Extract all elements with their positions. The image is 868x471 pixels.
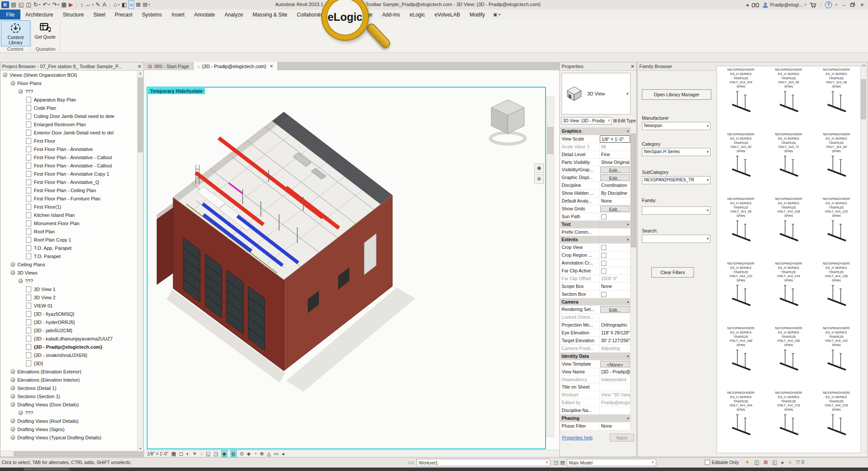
view-control-icon[interactable]: ◱ xyxy=(206,451,210,457)
family-item[interactable]: NEXSPAN2HSERI ES_H SERIES TRAPEZE ONLY_3… xyxy=(765,66,812,131)
property-row[interactable]: Rendering Set... Edit... xyxy=(560,306,631,314)
ribbon-tab[interactable]: Architecture xyxy=(20,10,58,20)
project-browser-vscrollbar[interactable]: ▲▼ xyxy=(137,71,143,451)
ribbon-tab[interactable]: Analyze xyxy=(220,10,248,20)
property-value[interactable]: Orthographic xyxy=(599,321,631,329)
qat-icon[interactable]: ▾ xyxy=(92,1,94,9)
tree-item[interactable]: Drafting Views (Door Details) xyxy=(1,400,138,409)
close-icon[interactable]: ✕ xyxy=(631,62,635,70)
tree-item[interactable]: Sections (Section 1) xyxy=(1,392,138,400)
tree-item[interactable]: Exterior Door Jamb Detail need to del xyxy=(1,128,138,137)
view-control-icon[interactable]: ⊕ xyxy=(260,451,264,457)
property-value[interactable] xyxy=(599,213,631,220)
property-row[interactable]: Projection Mo... Orthographic xyxy=(560,321,631,329)
property-row[interactable]: Camera Positi... Adjusting xyxy=(560,345,631,353)
chevron-down-icon[interactable]: ▾ xyxy=(499,13,500,16)
expand-icon[interactable] xyxy=(18,410,23,415)
qat-icon[interactable]: A xyxy=(102,1,107,9)
property-row[interactable]: Workset View "3D View... xyxy=(560,391,631,399)
tree-item[interactable]: ??? xyxy=(1,87,138,95)
tree-item[interactable]: ??? xyxy=(1,409,138,417)
family-item[interactable]: NEXSPAN2HSERI ES_H SERIES TRAPEZE ONLY_3… xyxy=(812,131,860,196)
selection-filter-icon[interactable]: ▼ xyxy=(745,459,750,465)
qat-icon[interactable]: ◧ xyxy=(121,1,127,9)
property-value[interactable]: {3D - Pradip@e... xyxy=(599,368,631,376)
selection-filter-icon[interactable]: ◱ xyxy=(772,459,777,465)
property-value[interactable] xyxy=(599,229,631,236)
view-control-icon[interactable]: ◌ xyxy=(200,451,203,457)
tree-item[interactable]: {3D - jatin5U2CM} xyxy=(1,326,138,334)
property-row[interactable]: Annotation Cr... xyxy=(560,259,631,267)
view-control-icon[interactable]: ◈ xyxy=(247,451,251,457)
expand-icon[interactable] xyxy=(10,81,15,85)
view-control-icon[interactable]: ◉ xyxy=(221,450,227,457)
ribbon-tab[interactable]: Steel xyxy=(89,10,110,20)
ribbon-tab[interactable]: Massing & Site xyxy=(248,10,292,20)
property-row[interactable]: Scale Value 1: 96 xyxy=(560,143,631,151)
tree-item[interactable]: Kitchen Island Plan xyxy=(1,211,138,219)
property-row[interactable]: Extents xyxy=(560,236,631,244)
tree-item[interactable]: Coiling Door Jamb Detail need to dele xyxy=(1,112,138,120)
ribbon-tab[interactable]: Add-Ins xyxy=(377,10,404,20)
property-value[interactable]: View "3D View... xyxy=(599,391,631,399)
qat-icon[interactable]: ◫ xyxy=(26,1,32,9)
qat-icon[interactable]: ↷ xyxy=(52,1,57,9)
selection-filter-icon[interactable]: ▽ 0 xyxy=(796,459,804,465)
tree-item[interactable]: Sections (Detail 1) xyxy=(1,384,138,392)
category-select[interactable]: NexSpan.H Series xyxy=(642,148,710,156)
expand-icon[interactable] xyxy=(10,369,15,374)
tree-item[interactable]: Views (Sheet Organization BOI) xyxy=(1,71,138,79)
property-row[interactable]: Title on Sheet xyxy=(560,383,631,391)
tree-item[interactable]: First Floor Plan - Annotative_Q xyxy=(1,178,138,186)
selection-filter-icon[interactable]: ⊠ xyxy=(763,459,768,465)
expand-icon[interactable] xyxy=(10,262,15,267)
property-row[interactable]: Eye Elevation 118' 9 29/128" xyxy=(560,329,631,337)
ribbon-tab[interactable]: Systems xyxy=(137,10,167,20)
property-value[interactable]: 96 xyxy=(599,143,631,150)
property-row[interactable]: Crop View xyxy=(560,244,631,252)
qat-icon[interactable]: ⌂ xyxy=(113,1,118,9)
tree-item[interactable]: Ceiling Plans xyxy=(1,260,138,268)
view-control-icon[interactable]: ▭ xyxy=(274,451,279,457)
ribbon-tab[interactable]: eVolveLAB xyxy=(430,10,465,20)
property-row[interactable]: Target Elevation 30' 2 127/256" xyxy=(560,337,631,345)
qat-icon[interactable]: ≡ xyxy=(128,0,134,9)
tree-item[interactable]: T.O. App. Parapet xyxy=(1,244,138,252)
qat-icon[interactable]: ⊠ xyxy=(135,1,141,9)
expand-icon[interactable] xyxy=(10,386,15,390)
property-row[interactable]: Graphic Displ... Edit... xyxy=(560,174,631,182)
properties-help-link[interactable]: Properties help xyxy=(562,435,593,440)
qat-icon[interactable]: ▾ xyxy=(39,1,41,9)
family-item[interactable]: NEXSPAN2HSERI ES_H SERIES TRAPEZE ONLY_3… xyxy=(717,196,765,260)
view-control-icon[interactable]: ◻ xyxy=(179,451,184,457)
property-value[interactable]: None xyxy=(599,283,631,290)
property-value[interactable] xyxy=(599,291,631,298)
chevron-down-icon[interactable]: ▾ xyxy=(626,92,628,96)
view-control-icon[interactable]: ◍ xyxy=(230,450,237,457)
property-value[interactable] xyxy=(599,383,631,391)
expand-icon[interactable] xyxy=(18,278,23,283)
property-value[interactable]: Edit... xyxy=(600,174,630,181)
property-value[interactable] xyxy=(599,252,631,259)
tree-item[interactable]: Monument Floor Plan xyxy=(1,219,138,227)
property-row[interactable]: Detail Level Fine xyxy=(560,151,631,159)
workset-editing-icon[interactable]: ◳ xyxy=(554,460,558,465)
tree-item[interactable]: Roof Plan Copy 1 xyxy=(1,236,138,244)
close-icon[interactable]: ✕ xyxy=(138,62,141,70)
edit-type-button[interactable]: ⊞Edit Type xyxy=(613,118,636,123)
family-item[interactable]: NEXSPAN2HSERI ES_H SERIES TRAPEZE ONLY_4… xyxy=(717,325,765,389)
view-control-icon[interactable]: ◳ xyxy=(214,451,218,457)
viewcube[interactable] xyxy=(486,96,529,147)
property-row[interactable]: View Name {3D - Pradip@e... xyxy=(560,368,631,376)
view-control-icon[interactable]: ◂ xyxy=(282,451,284,457)
property-row[interactable]: Graphics xyxy=(560,128,631,135)
property-value[interactable]: None xyxy=(599,422,631,430)
tree-item[interactable]: Drafting Views (Signs) xyxy=(1,425,138,433)
tree-item[interactable]: Drafting Views (Roof Details) xyxy=(1,417,138,425)
collapse-arrow-icon[interactable]: ◂ xyxy=(746,2,749,8)
property-value[interactable] xyxy=(599,244,631,251)
expand-icon[interactable] xyxy=(18,89,23,94)
instance-selector[interactable]: 3D View: {3D - Pradip ∨ xyxy=(561,117,612,124)
property-row[interactable]: Crop Region ... xyxy=(560,252,631,259)
search-icon[interactable] xyxy=(752,2,759,7)
